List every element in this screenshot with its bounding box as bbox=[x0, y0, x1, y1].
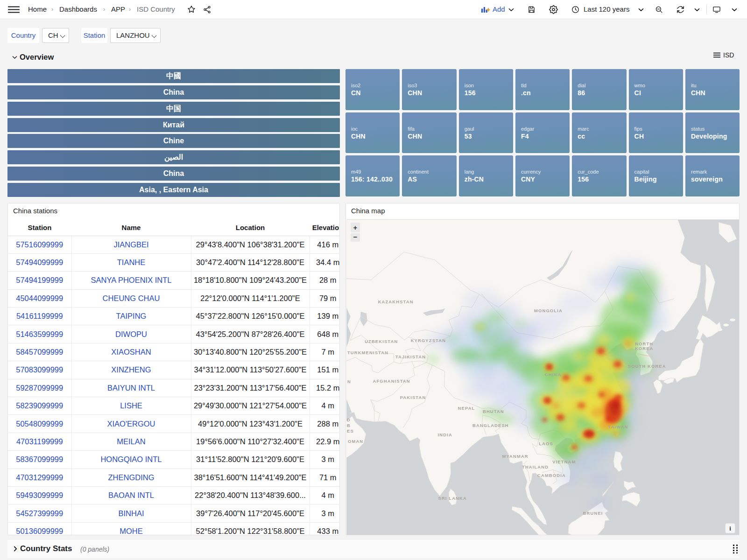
svg-text:BRUNEI: BRUNEI bbox=[583, 511, 603, 516]
svg-text:THAILAND: THAILAND bbox=[522, 464, 549, 469]
svg-text:UZBEKISTAN: UZBEKISTAN bbox=[365, 339, 398, 344]
svg-text:CHINA: CHINA bbox=[545, 372, 561, 377]
svg-text:OMAN: OMAN bbox=[348, 439, 363, 444]
svg-text:SRI LANKA: SRI LANKA bbox=[438, 496, 467, 501]
svg-text:ES: ES bbox=[347, 428, 354, 434]
svg-text:AFGHANISTAN: AFGHANISTAN bbox=[373, 378, 410, 384]
svg-text:TAIWAN: TAIWAN bbox=[608, 424, 628, 429]
svg-text:TAJIKISTAN: TAJIKISTAN bbox=[395, 354, 426, 359]
svg-text:INDIA: INDIA bbox=[438, 432, 452, 437]
svg-text:SOUTH KOREA: SOUTH KOREA bbox=[628, 364, 666, 369]
svg-text:MYANMAR: MYANMAR bbox=[502, 454, 529, 459]
svg-text:B: B bbox=[347, 423, 351, 428]
svg-text:KYRGYZSTAN: KYRGYZSTAN bbox=[411, 338, 446, 343]
svg-text:TURKMENISTAN: TURKMENISTAN bbox=[347, 350, 388, 355]
svg-text:CAMBODIA: CAMBODIA bbox=[537, 473, 566, 478]
svg-text:VIETNAM: VIETNAM bbox=[552, 459, 576, 464]
svg-text:BANGLADESH: BANGLADESH bbox=[472, 423, 509, 428]
svg-text:KAZAKHSTAN: KAZAKHSTAN bbox=[378, 299, 414, 304]
svg-text:NEPAL: NEPAL bbox=[458, 406, 475, 411]
svg-text:KOREA: KOREA bbox=[635, 346, 654, 351]
svg-text:N: N bbox=[347, 379, 351, 384]
svg-text:BHUTAN: BHUTAN bbox=[483, 409, 504, 414]
svg-text:D: D bbox=[347, 417, 351, 422]
svg-text:MONGOLIA: MONGOLIA bbox=[534, 308, 563, 313]
svg-text:LAOS: LAOS bbox=[539, 441, 553, 446]
svg-text:PAKISTAN: PAKISTAN bbox=[400, 395, 426, 400]
